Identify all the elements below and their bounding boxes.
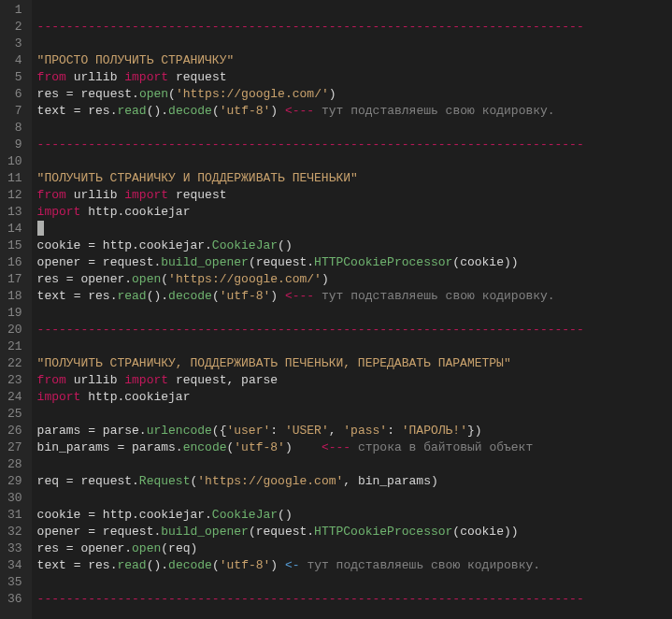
code-line[interactable]: cookie = http.cookiejar.CookieJar() [37,507,672,524]
code-line[interactable] [37,153,672,170]
code-token: }) [467,424,482,438]
code-token: cookie [37,238,89,252]
code-line[interactable]: from urllib import request [37,187,672,204]
code-token: urlencode [147,424,212,438]
code-token: params. [124,440,182,454]
code-line[interactable] [37,36,672,52]
code-token: ----------------------------------------… [37,323,584,337]
code-line[interactable]: ----------------------------------------… [37,19,672,36]
code-line[interactable]: text = res.read().decode('utf-8') <--- т… [37,103,672,120]
code-token: 'utf-8' [220,104,271,118]
code-token: ) [285,440,293,454]
code-line[interactable]: res = opener.open('https://google.com/') [37,271,672,288]
code-token: ----------------------------------------… [37,20,584,34]
code-line[interactable]: ----------------------------------------… [37,137,672,153]
code-token: encode [183,440,227,454]
code-token: bin_params [37,440,118,454]
text-cursor [37,221,44,236]
code-line[interactable]: "ПОЛУЧИТЬ СТРАНИЧКУ, ПОДДЕРЖИВАТЬ ПЕЧЕНЬ… [37,355,672,372]
code-token: . [124,541,132,555]
code-token: )) [504,525,519,539]
line-number: 9 [7,137,22,153]
code-token: тут подставляешь свою кодировку. [322,289,555,303]
code-token: = [66,541,74,555]
line-number: 13 [7,204,22,221]
line-number: 28 [7,456,22,473]
code-line[interactable] [37,338,672,355]
code-token: "ПОЛУЧИТЬ СТРАНИЧКУ, ПОДДЕРЖИВАТЬ ПЕЧЕНЬ… [37,356,511,370]
code-token: decode [168,104,212,118]
code-token: build_opener [161,525,249,539]
code-token: params [37,424,89,438]
line-number: 22 [7,355,22,372]
code-line[interactable] [37,490,672,507]
code-token [66,373,74,387]
line-number: 5 [7,69,22,86]
code-token: = [66,87,74,101]
code-token: request. [256,525,314,539]
line-number: 20 [7,322,22,338]
code-token: opener [37,255,89,269]
code-token: строка в байтовый объект [358,440,533,454]
code-token: 'https://google.com/' [168,272,322,286]
code-line[interactable]: res = opener.open(req) [37,540,672,557]
code-line[interactable]: res = request.open('https://google.com/'… [37,86,672,103]
code-token: res [37,541,66,555]
code-token: тут подставляешь свою кодировку. [322,104,555,118]
code-token: decode [168,289,212,303]
code-line[interactable]: bin_params = params.encode('utf-8') <---… [37,439,672,456]
code-token: text [37,289,74,303]
line-number: 35 [7,574,22,591]
code-token [168,373,176,387]
code-line[interactable] [37,456,672,473]
code-line[interactable]: text = res.read().decode('utf-8') <- тут… [37,557,672,574]
code-line[interactable]: "ПОЛУЧИТЬ СТРАНИЧКУ И ПОДДЕРЖИВАТЬ ПЕЧЕН… [37,170,672,187]
code-token: "ПОЛУЧИТЬ СТРАНИЧКУ И ПОДДЕРЖИВАТЬ ПЕЧЕН… [37,171,358,185]
code-token [293,440,322,454]
code-token: from [37,373,66,387]
code-line[interactable]: import http.cookiejar [37,389,672,406]
code-token: import [124,188,168,202]
code-token: : [387,424,402,438]
code-line[interactable]: text = res.read().decode('utf-8') <--- т… [37,288,672,305]
code-line[interactable]: "ПРОСТО ПОЛУЧИТЬ СТРАНИЧКУ" [37,52,672,69]
code-token: urllib [74,188,118,202]
line-number: 14 [7,221,22,238]
code-line[interactable]: req = request.Request('https://google.co… [37,473,672,490]
code-line[interactable]: ----------------------------------------… [37,322,672,338]
code-line[interactable]: from urllib import request, parse [37,372,672,389]
code-line[interactable] [37,2,672,19]
code-line[interactable] [37,305,672,322]
code-area[interactable]: ----------------------------------------… [32,0,672,619]
code-line[interactable] [37,120,672,137]
code-token [278,289,285,303]
code-token: . [161,558,168,572]
line-number: 24 [7,389,22,406]
code-line[interactable] [37,221,672,238]
code-line[interactable]: params = parse.urlencode({'user': 'USER'… [37,423,672,439]
code-line[interactable]: cookie = http.cookiejar.CookieJar() [37,238,672,254]
code-editor[interactable]: 1234567891011121314151617181920212223242… [0,0,672,619]
line-number: 36 [7,591,22,608]
code-line[interactable]: from urllib import request [37,69,672,86]
code-token: res [37,272,66,286]
code-token: req [37,474,66,488]
code-line[interactable]: ----------------------------------------… [37,591,672,608]
code-line[interactable]: opener = request.build_opener(request.HT… [37,254,672,271]
line-number: 15 [7,238,22,254]
code-token: http.cookiejar [88,205,190,219]
code-line[interactable]: import http.cookiejar [37,204,672,221]
code-token: import [124,70,168,84]
line-number: 26 [7,423,22,439]
code-token: request. [74,474,139,488]
code-token [278,104,285,118]
code-token: from [37,70,66,84]
code-line[interactable] [37,574,672,591]
code-token: , [329,424,344,438]
code-line[interactable] [37,406,672,423]
code-line[interactable]: opener = request.build_opener(request.HT… [37,524,672,540]
code-token: text [37,558,74,572]
code-token: cookie [460,525,504,539]
code-token: ( [452,255,460,269]
line-number-gutter: 1234567891011121314151617181920212223242… [0,0,32,619]
